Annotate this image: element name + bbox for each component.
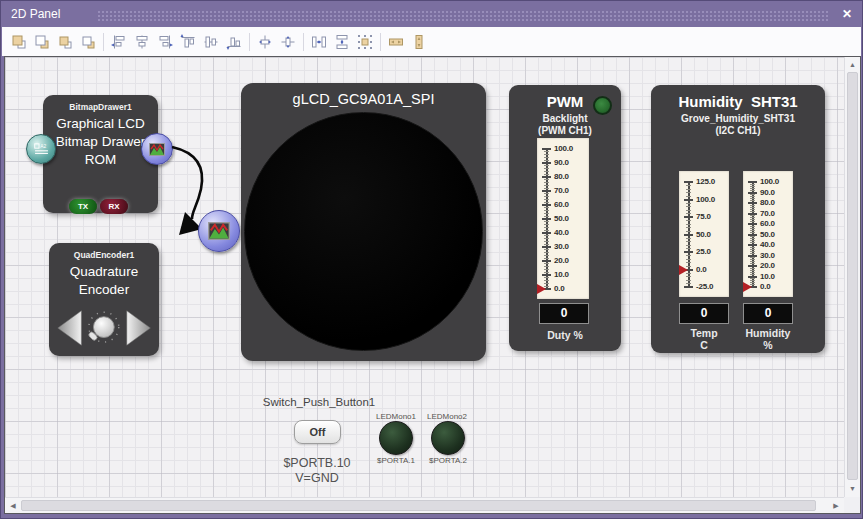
gauge-pointer-icon[interactable] <box>537 284 546 294</box>
gauge-tick-label: 20.0 <box>554 256 569 266</box>
gauge-minor <box>750 251 755 252</box>
push-button[interactable]: Off <box>294 420 341 444</box>
gauge-minor <box>750 215 755 216</box>
gauge-major <box>684 181 693 183</box>
gauge-tick-label: 80.0 <box>554 172 569 182</box>
scroll-down-icon[interactable]: ▼ <box>845 483 860 495</box>
gauge-tick-label: 100.0 <box>554 144 573 154</box>
gauge-pointer-icon[interactable] <box>743 282 752 292</box>
block-bitmap-drawer[interactable]: BitmapDrawer1 Graphical LCD Bitmap Drawe… <box>43 95 158 213</box>
scroll-up-icon[interactable]: ▲ <box>845 59 860 71</box>
gauge-pointer-icon[interactable] <box>679 265 688 275</box>
gauge-major <box>684 199 693 201</box>
toolbar-center-horizontally-icon[interactable] <box>255 32 275 52</box>
gauge-major <box>542 218 551 220</box>
gauge-major <box>542 246 551 248</box>
gauge-minor <box>544 227 549 228</box>
gauge-minor <box>686 231 691 232</box>
panel-humidity-sht31[interactable]: Humidity SHT31 Grove_Humidity_SHT31 (I2C… <box>651 85 825 353</box>
toolbar-bring-forward-icon[interactable] <box>55 32 75 52</box>
gauge-minor <box>544 207 549 208</box>
toolbar-align-rights-icon[interactable] <box>155 32 175 52</box>
image-icon <box>149 143 165 156</box>
gauge-major <box>684 286 693 288</box>
gauge-minor <box>750 228 755 229</box>
encoder-right-arrow[interactable] <box>125 307 152 349</box>
gauge-tick-label: 100.0 <box>760 177 779 187</box>
titlebar[interactable]: 2D Panel ✕ <box>1 1 862 27</box>
panel-title: Humidity SHT31 <box>651 93 825 110</box>
gauge-minor <box>544 280 549 281</box>
image-icon <box>208 222 230 240</box>
gauge-tick-label: 80.0 <box>760 198 775 208</box>
toolbar-align-tops-icon[interactable] <box>178 32 198 52</box>
gauge-minor <box>750 217 755 218</box>
gauge-minor <box>686 262 691 263</box>
toolbar-align-bottoms-icon[interactable] <box>224 32 244 52</box>
panel-pwm-backlight[interactable]: PWM Backlight (PWM CH1) 100.090.080.070.… <box>509 85 621 351</box>
toolbar-space-equally-horizontally-icon[interactable] <box>309 32 329 52</box>
pwm-status-led-icon <box>593 96 612 115</box>
temperature-label: Temp <box>679 327 729 339</box>
gauge-major <box>542 148 551 150</box>
gauge-tick-label: 125.0 <box>696 177 715 187</box>
pin-commands-input[interactable]: A2 <box>26 134 56 164</box>
gauge-minor <box>750 196 755 197</box>
gauge-minor <box>544 258 549 259</box>
svg-text:A2: A2 <box>40 144 46 149</box>
toolbar-bring-to-front-icon[interactable] <box>9 32 29 52</box>
pin-glcd-image-input[interactable] <box>198 210 240 252</box>
2d-panel-window: 2D Panel ✕ BitmapDrawer1 Graphical LCD B… <box>0 0 863 519</box>
gauge-tick-label: 75.0 <box>696 212 711 222</box>
scroll-left-icon[interactable]: ◀ <box>7 498 19 513</box>
gauge-minor <box>686 245 691 246</box>
gauge-minor <box>544 213 549 214</box>
toolbar-space-equally-vertically-icon[interactable] <box>332 32 352 52</box>
gauge-minor <box>750 249 755 250</box>
gauge-minor <box>544 157 549 158</box>
led2-port-label: $PORTA.2 <box>408 456 488 465</box>
gauge-minor <box>686 224 691 225</box>
gauge-minor <box>544 269 549 270</box>
toolbar-send-backward-icon[interactable] <box>78 32 98 52</box>
horizontal-scrollbar[interactable]: ◀ ▶ <box>5 497 844 513</box>
encoder-knob[interactable] <box>83 307 125 349</box>
design-canvas[interactable]: BitmapDrawer1 Graphical LCD Bitmap Drawe… <box>5 57 844 497</box>
pin-image-output[interactable] <box>141 133 173 165</box>
gauge-minor <box>544 238 549 239</box>
gauge-major <box>542 190 551 192</box>
pwm-duty-gauge[interactable]: 100.090.080.070.060.050.040.030.020.010.… <box>537 138 589 299</box>
close-icon[interactable]: ✕ <box>842 6 852 22</box>
gauge-tick-label: 60.0 <box>554 200 569 210</box>
gauge-minor <box>544 277 549 278</box>
gauge-major <box>542 204 551 206</box>
horizontal-scroll-thumb[interactable] <box>21 500 816 511</box>
temperature-gauge[interactable]: 125.0100.075.050.025.00.0-25.0 <box>679 171 729 297</box>
gauge-major <box>684 234 693 236</box>
gauge-tick-label: 90.0 <box>554 158 569 168</box>
vertical-scroll-thumb[interactable] <box>847 72 858 480</box>
push-button-voltage-label: V=GND <box>257 471 377 485</box>
block-glcd-display[interactable]: gLCD_GC9A01A_SPI <box>241 83 486 361</box>
vertical-scrollbar[interactable]: ▲ ▼ <box>844 57 860 497</box>
toolbar-snap-to-grid-icon[interactable] <box>355 32 375 52</box>
toolbar-make-same-width-icon[interactable] <box>386 32 406 52</box>
gauge-minor <box>544 174 549 175</box>
toolbar-separator <box>380 33 381 51</box>
toolbar-align-lefts-icon[interactable] <box>109 32 129 52</box>
gauge-minor <box>544 224 549 225</box>
gauge-minor <box>750 236 755 237</box>
gauge-tick-label: 90.0 <box>760 188 775 198</box>
toolbar-send-to-back-icon[interactable] <box>32 32 52 52</box>
panel-workspace: BitmapDrawer1 Graphical LCD Bitmap Drawe… <box>4 56 861 514</box>
toolbar-align-horizontal-centers-icon[interactable] <box>132 32 152 52</box>
toolbar-make-same-height-icon[interactable] <box>409 32 429 52</box>
humidity-gauge[interactable]: 100.090.080.070.060.050.040.030.020.010.… <box>743 171 793 297</box>
pwm-duty-label: Duty % <box>509 329 621 341</box>
toolbar-center-vertically-icon[interactable] <box>278 32 298 52</box>
block-quad-encoder[interactable]: QuadEncoder1 Quadrature Encoder <box>49 243 159 356</box>
block-instance-name: QuadEncoder1 <box>49 250 159 260</box>
encoder-left-arrow[interactable] <box>56 307 83 349</box>
toolbar-align-vertical-centers-icon[interactable] <box>201 32 221 52</box>
scroll-right-icon[interactable]: ▶ <box>830 498 842 513</box>
